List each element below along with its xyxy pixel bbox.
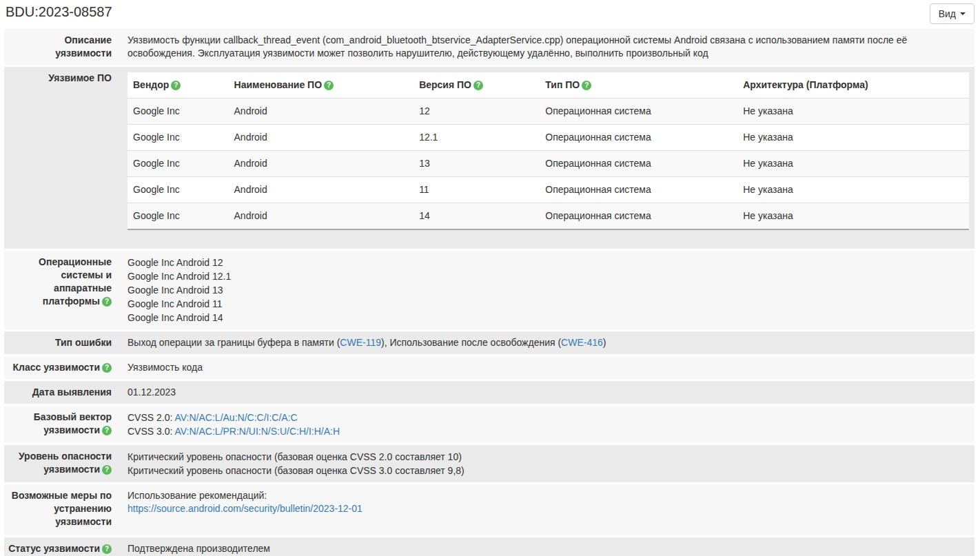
table-row: Google Inc Android 11 Операционная систе…	[127, 177, 969, 203]
row-os-platforms-value: Google Inc Android 12 Google Inc Android…	[118, 251, 974, 329]
cell-vendor: Google Inc	[127, 203, 229, 230]
os-platform-item: Google Inc Android 14	[127, 311, 969, 325]
vulnerability-detail-table: Описание уязвимости Уязвимость функции c…	[4, 29, 974, 556]
cell-vendor: Google Inc	[127, 99, 229, 125]
cvss2-prefix: CVSS 2.0:	[127, 412, 172, 423]
row-severity-value: Критический уровень опасности (базовая о…	[118, 445, 974, 482]
error-type-text: )	[603, 337, 606, 348]
row-remediation-value: Использование рекомендаций: https://sour…	[118, 484, 974, 535]
help-icon[interactable]	[473, 81, 483, 90]
table-row: Google Inc Android 12.1 Операционная сис…	[127, 125, 969, 151]
row-severity: Уровень опасности уязвимости Критический…	[4, 445, 974, 484]
row-detection-date: Дата выявления 01.12.2023	[4, 381, 974, 406]
cell-vendor: Google Inc	[127, 125, 229, 151]
column-header: Вендор	[127, 72, 229, 99]
security-bulletin-link[interactable]: https://source.android.com/security/bull…	[127, 503, 363, 514]
vulnerable-software-header-row: Вендор Наименование ПО Версия ПО Тип ПО …	[127, 72, 969, 99]
help-icon[interactable]	[102, 363, 112, 373]
error-type-text: Выход операции за границы буфера в памят…	[127, 337, 340, 348]
row-remediation-label: Возможные меры по устранению уязвимости	[4, 484, 118, 535]
row-vulnerable-software: Уязвимое ПО Вендор Наименование ПО Верси…	[4, 67, 974, 251]
help-icon[interactable]	[171, 81, 181, 90]
cell-architecture: Не указана	[737, 177, 969, 203]
view-dropdown-label: Вид	[939, 8, 956, 20]
row-os-platforms: Операционные системы и аппаратные платфо…	[4, 251, 974, 331]
cwe-119-link[interactable]: CWE-119	[340, 337, 381, 348]
row-base-vector: Базовый вектор уязвимости CVSS 2.0: AV:N…	[4, 406, 974, 445]
cell-version: 12	[414, 99, 540, 125]
row-detection-date-value: 01.12.2023	[118, 381, 974, 404]
row-severity-label: Уровень опасности уязвимости	[19, 451, 112, 475]
column-header: Версия ПО	[414, 72, 540, 99]
cell-software-name: Android	[229, 151, 414, 177]
cell-software-type: Операционная система	[540, 99, 737, 125]
cell-software-type: Операционная система	[540, 151, 737, 177]
row-error-type: Тип ошибки Выход операции за границы буф…	[4, 331, 974, 356]
row-description-label: Описание уязвимости	[4, 29, 118, 65]
help-icon[interactable]	[102, 465, 112, 475]
caret-down-icon	[960, 12, 966, 15]
cell-architecture: Не указана	[737, 125, 969, 151]
column-header: Тип ПО	[540, 72, 737, 99]
table-row: Google Inc Android 14 Операционная систе…	[127, 203, 969, 230]
cell-software-type: Операционная система	[540, 125, 737, 151]
severity-line-cvss3: Критический уровень опасности (базовая о…	[127, 464, 969, 477]
row-base-vector-label: Базовый вектор уязвимости	[34, 411, 112, 435]
help-icon[interactable]	[102, 297, 112, 307]
cell-vendor: Google Inc	[127, 177, 229, 203]
row-os-platforms-label: Операционные системы и аппаратные платфо…	[39, 256, 112, 307]
os-platform-item: Google Inc Android 12	[127, 256, 969, 269]
help-icon[interactable]	[102, 426, 112, 435]
column-header: Архитектура (Платформа)	[737, 72, 969, 99]
cell-version: 11	[414, 177, 540, 203]
row-status-label: Статус уязвимости	[8, 543, 100, 554]
row-vulnerable-software-label: Уязвимое ПО	[4, 67, 118, 249]
help-icon[interactable]	[582, 81, 591, 90]
column-header: Наименование ПО	[229, 72, 414, 99]
cell-software-type: Операционная система	[540, 203, 737, 230]
cell-version: 13	[414, 151, 540, 177]
row-vulnerability-class-value: Уязвимость кода	[118, 356, 974, 379]
cell-architecture: Не указана	[737, 151, 969, 177]
severity-line-cvss2: Критический уровень опасности (базовая о…	[127, 450, 969, 464]
os-platform-item: Google Inc Android 12.1	[127, 269, 969, 283]
row-error-type-label: Тип ошибки	[4, 331, 118, 354]
cell-vendor: Google Inc	[127, 151, 229, 177]
cell-software-name: Android	[229, 99, 414, 125]
help-icon[interactable]	[102, 544, 112, 554]
cell-software-name: Android	[229, 177, 414, 203]
row-remediation: Возможные меры по устранению уязвимости …	[4, 484, 974, 537]
cell-software-name: Android	[229, 125, 414, 151]
remediation-text: Использование рекомендаций:	[127, 489, 969, 502]
cell-version: 14	[414, 203, 540, 230]
row-detection-date-label: Дата выявления	[4, 381, 118, 404]
cvss3-prefix: CVSS 3.0:	[127, 426, 172, 437]
row-vulnerability-class: Класс уязвимости Уязвимость кода	[4, 356, 974, 381]
table-row: Google Inc Android 13 Операционная систе…	[127, 151, 969, 177]
cwe-416-link[interactable]: CWE-416	[561, 337, 603, 348]
cell-architecture: Не указана	[737, 99, 969, 125]
page-title: BDU:2023-08587	[6, 3, 112, 20]
cell-architecture: Не указана	[737, 203, 969, 230]
view-dropdown-button[interactable]: Вид	[930, 3, 974, 24]
os-platform-item: Google Inc Android 13	[127, 283, 969, 297]
row-description-value: Уязвимость функции callback_thread_event…	[118, 29, 974, 65]
table-row: Google Inc Android 12 Операционная систе…	[127, 99, 969, 125]
cell-software-name: Android	[229, 203, 414, 230]
help-icon[interactable]	[324, 81, 334, 90]
cvss2-vector-link[interactable]: AV:N/AC:L/Au:N/C:C/I:C/A:C	[175, 412, 298, 423]
vulnerable-software-table: Вендор Наименование ПО Версия ПО Тип ПО …	[127, 72, 969, 230]
cvss3-vector-link[interactable]: AV:N/AC:L/PR:N/UI:N/S:U/C:H/I:H/A:H	[175, 426, 340, 437]
os-platform-item: Google Inc Android 11	[127, 297, 969, 311]
row-status: Статус уязвимости Подтверждена производи…	[4, 537, 974, 556]
row-base-vector-value: CVSS 2.0: AV:N/AC:L/Au:N/C:C/I:C/A:C CVS…	[118, 406, 974, 443]
row-error-type-value: Выход операции за границы буфера в памят…	[118, 331, 974, 354]
error-type-text: ), Использование после освобождения (	[381, 337, 561, 348]
row-vulnerability-class-label: Класс уязвимости	[13, 362, 100, 373]
row-description: Описание уязвимости Уязвимость функции c…	[4, 29, 974, 67]
cell-version: 12.1	[414, 125, 540, 151]
top-bar: BDU:2023-08587 Вид	[0, 0, 980, 29]
row-status-value: Подтверждена производителем	[118, 537, 974, 556]
cell-software-type: Операционная система	[540, 177, 737, 203]
